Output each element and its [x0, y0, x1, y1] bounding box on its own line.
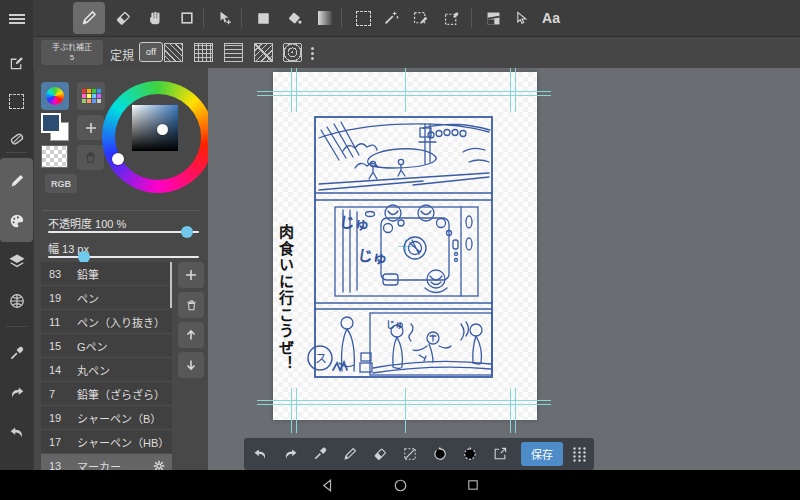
brush-list-item[interactable]: 83鉛筆 [41, 262, 172, 286]
android-recents-button[interactable] [463, 475, 483, 495]
operation-cursor-button[interactable] [505, 2, 537, 34]
android-back-button[interactable] [317, 475, 337, 495]
undo-icon [252, 446, 269, 463]
saturation-value-square[interactable] [132, 105, 178, 151]
add-color-button[interactable] [77, 115, 104, 140]
parallel-ruler-icon[interactable] [164, 43, 183, 62]
opacity-slider[interactable] [48, 231, 199, 233]
export-button[interactable] [487, 441, 513, 467]
transform-button[interactable] [0, 122, 33, 156]
quick-eyedropper-button[interactable] [307, 441, 333, 467]
shape-tool-button[interactable] [247, 2, 279, 34]
home-circle-icon [393, 478, 408, 493]
canvas-workspace[interactable]: じゅ じゅ ス じゅ 肉食いに行こうぜ！ [208, 68, 800, 470]
palette-grid-button[interactable] [77, 82, 105, 110]
pencil-tool-button[interactable] [73, 2, 105, 34]
main-toolbar: Aa [33, 0, 800, 36]
vanishing-ruler-icon[interactable] [254, 43, 273, 62]
manga-sketch: じゅ じゅ ス じゅ [273, 72, 537, 420]
width-slider[interactable] [48, 256, 199, 258]
quick-pen-button[interactable] [337, 441, 363, 467]
brush-list-item[interactable]: 11ペン（入り抜き） [41, 310, 172, 334]
opacity-slider-thumb[interactable] [181, 226, 193, 238]
quick-undo-button[interactable] [247, 441, 273, 467]
brush-color-panel: RGB 不透明度 100 % 幅 13 px 83鉛筆 19ペン 11ペン（入 [33, 68, 208, 470]
brush-list-item[interactable]: 14丸ペン [41, 358, 172, 382]
transparent-color-swatch[interactable] [41, 145, 68, 168]
move-tool-button[interactable] [209, 2, 241, 34]
select-pen-button[interactable] [435, 2, 467, 34]
ruler-more-button[interactable] [305, 43, 319, 63]
brush-list-item[interactable]: 19シャーペン（B） [41, 406, 172, 430]
brush-list-item[interactable]: 15Gペン [41, 334, 172, 358]
move-brush-down-button[interactable] [178, 352, 204, 378]
export-icon [492, 446, 508, 462]
color-wheel[interactable] [102, 81, 214, 193]
fill-tool-button[interactable] [279, 2, 311, 34]
frame-tool-button[interactable] [171, 2, 203, 34]
brush-list-item[interactable]: 7鉛筆（ざらざら） [41, 382, 172, 406]
brush-list-item[interactable]: 19ペン [41, 286, 172, 310]
undo-button[interactable] [0, 416, 33, 450]
sv-selector-dot[interactable] [157, 124, 168, 135]
stabilization-button[interactable]: 手ぶれ補正 5 [41, 40, 103, 65]
snap-settings-button[interactable] [0, 284, 33, 318]
grid-menu-button[interactable] [566, 441, 592, 467]
palette-icon [8, 212, 26, 230]
side-toolbar [0, 0, 33, 470]
menu-button[interactable] [0, 2, 33, 36]
save-button[interactable]: 保存 [521, 442, 563, 466]
new-canvas-button[interactable] [0, 46, 33, 80]
brush-panel-button[interactable] [0, 164, 33, 198]
brush-list-item-selected[interactable]: 13マーカー [41, 454, 172, 470]
arrow-up-icon [185, 329, 197, 341]
android-home-button[interactable] [390, 475, 410, 495]
panel-divide-icon [485, 10, 502, 27]
brush-list-item[interactable]: 17シャーペン（HB） [41, 430, 172, 454]
redo-button[interactable] [0, 376, 33, 410]
horizontal-ruler-icon[interactable] [224, 43, 243, 62]
foreground-color-swatch [41, 113, 61, 133]
layers-panel-button[interactable] [0, 244, 33, 278]
quick-redo-button[interactable] [277, 441, 303, 467]
eraser-tool-button[interactable] [107, 2, 139, 34]
select-edit-button[interactable] [404, 2, 436, 34]
grid-dots-icon [572, 446, 587, 463]
rotate-cw-button[interactable] [457, 441, 483, 467]
move-brush-up-button[interactable] [178, 322, 204, 348]
add-brush-button[interactable] [178, 262, 204, 288]
hand-tool-button[interactable] [139, 2, 171, 34]
eraser-icon [114, 9, 132, 27]
gradient-tool-button[interactable] [309, 2, 341, 34]
magic-wand-button[interactable] [375, 2, 407, 34]
select-tool-button[interactable] [0, 84, 33, 118]
color-swatches[interactable] [41, 113, 71, 143]
color-panel-button[interactable] [0, 204, 33, 238]
eyedropper-icon [8, 345, 25, 362]
new-canvas-icon [8, 55, 25, 72]
select-pen-icon [443, 10, 460, 27]
rotate-ccw-button[interactable] [427, 441, 453, 467]
rotate-cw-icon [462, 446, 478, 462]
delete-brush-button[interactable] [178, 292, 204, 318]
color-wheel-mode-button[interactable] [41, 82, 69, 110]
save-label: 保存 [531, 446, 553, 462]
delete-color-button[interactable] [77, 145, 104, 170]
paint-app-window: Aa 手ぶれ補正 5 定規 off [0, 0, 800, 500]
plus-icon [185, 269, 197, 281]
brush-settings-gear-icon[interactable] [152, 459, 166, 470]
brush-list-scrollbar[interactable] [170, 262, 172, 308]
back-triangle-icon [320, 478, 335, 493]
grid-ruler-icon[interactable] [194, 43, 213, 62]
speech-text: 肉食いに行こうぜ！ [278, 224, 293, 373]
quick-eraser-button[interactable] [367, 441, 393, 467]
select-icon [9, 94, 24, 109]
concentric-ruler-icon[interactable] [283, 43, 302, 62]
text-tool-button[interactable]: Aa [535, 2, 567, 34]
hue-selector-dot[interactable] [112, 153, 124, 165]
eyedropper-button[interactable] [0, 336, 33, 370]
deselect-button[interactable] [397, 441, 423, 467]
ruler-off-button[interactable]: off [139, 42, 163, 62]
rgb-mode-button[interactable]: RGB [45, 174, 77, 193]
marquee-icon [356, 11, 371, 26]
